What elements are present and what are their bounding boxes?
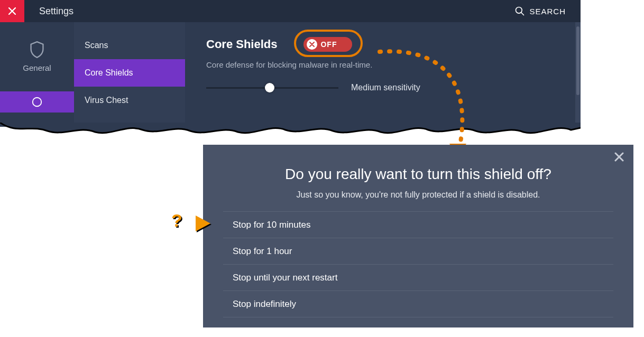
modal-title: Do you really want to turn this shield o… [214, 166, 623, 183]
sub-tab-label: Virus Chest [85, 96, 128, 105]
modal-option-restart[interactable]: Stop until your next restart [223, 265, 613, 291]
modal-option-1hour[interactable]: Stop for 1 hour [223, 238, 613, 265]
sensitivity-row: Medium sensitivity [206, 83, 559, 92]
svg-point-1 [33, 98, 42, 107]
section-description: Core defense for blocking malware in rea… [206, 60, 559, 69]
toggle-label: OFF [320, 40, 337, 49]
modal-close-button[interactable] [614, 152, 624, 162]
close-icon [614, 152, 624, 162]
sub-tab-core-shields[interactable]: Core Shields [74, 59, 185, 87]
sidebar-tab-general-label: General [23, 63, 51, 72]
core-shields-toggle-wrap: OFF [303, 37, 352, 52]
slider-thumb[interactable] [265, 83, 274, 92]
content-pane: Core Shields OFF Core defense for blocki… [185, 22, 581, 127]
disable-shield-modal: Do you really want to turn this shield o… [203, 145, 633, 327]
callout-question-mark: ? [171, 210, 182, 231]
search-button[interactable]: SEARCH [514, 6, 566, 16]
sidebar-tab-protection[interactable] [0, 91, 74, 113]
modal-option-label: Stop indefinitely [233, 299, 296, 310]
modal-option-list: Stop for 10 minutes Stop for 1 hour Stop… [223, 211, 613, 317]
toggle-knob [307, 39, 317, 50]
modal-option-label: Stop for 10 minutes [233, 220, 310, 230]
section-title-row: Core Shields OFF [206, 37, 559, 52]
settings-window: Settings SEARCH General Scans Core Shiel… [0, 0, 581, 127]
sensitivity-slider[interactable] [206, 87, 338, 89]
sensitivity-label: Medium sensitivity [351, 83, 420, 92]
close-button[interactable] [0, 0, 24, 22]
sub-tab-virus-chest[interactable]: Virus Chest [74, 87, 185, 114]
lock-icon [31, 96, 43, 108]
window-title: Settings [39, 6, 73, 17]
core-shields-toggle[interactable]: OFF [303, 37, 352, 52]
modal-option-10min[interactable]: Stop for 10 minutes [223, 212, 613, 238]
sub-sidebar: Scans Core Shields Virus Chest [74, 22, 185, 127]
close-icon [8, 7, 16, 15]
title-bar: Settings SEARCH [0, 0, 581, 22]
sidebar-tab-general[interactable]: General [23, 41, 51, 72]
section-title: Core Shields [206, 38, 277, 51]
scrollbar[interactable] [575, 22, 581, 127]
modal-option-label: Stop until your next restart [233, 273, 337, 283]
shield-icon [30, 41, 44, 58]
search-icon [514, 6, 525, 16]
modal-subtitle: Just so you know, you're not fully prote… [214, 190, 623, 200]
x-circle-icon [309, 42, 315, 47]
sub-tab-label: Core Shields [85, 68, 133, 78]
sub-tab-scans[interactable]: Scans [74, 32, 185, 59]
modal-option-label: Stop for 1 hour [233, 246, 292, 257]
modal-option-indefinite[interactable]: Stop indefinitely [223, 291, 613, 317]
left-sidebar: General [0, 22, 74, 127]
sub-tab-label: Scans [85, 41, 108, 50]
body-row: General Scans Core Shields Virus Chest C… [0, 22, 581, 127]
search-label: SEARCH [529, 7, 566, 16]
